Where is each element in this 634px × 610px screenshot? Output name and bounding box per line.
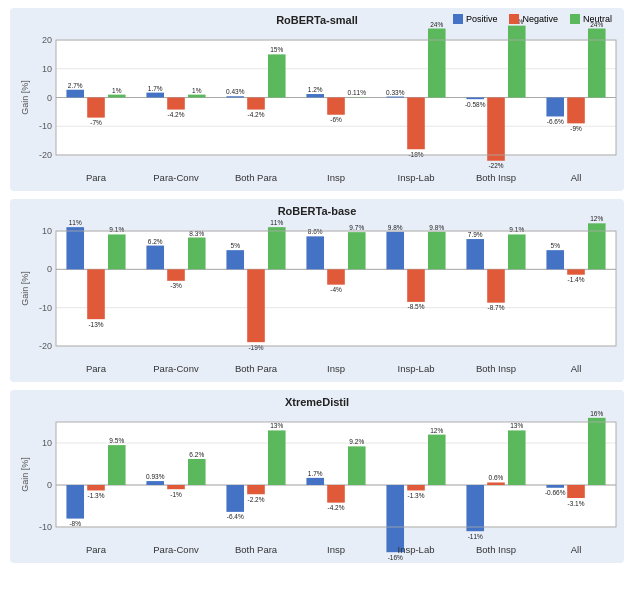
bar-value-label: 13% (270, 422, 283, 429)
bar-value-label: -6% (330, 116, 342, 123)
chart-panel: RoBERTa-base-20-10010Gain [%]11%-13%9.1%… (10, 199, 624, 382)
bar-value-label: -1.3% (88, 492, 105, 499)
bar-Para-Conv-neg (167, 98, 185, 110)
bar-Insp-Lab-pos (386, 97, 404, 98)
bar-value-label: 0.93% (146, 473, 165, 480)
bar-value-label: 0.33% (386, 89, 405, 96)
chart-svg: -10010Gain [%]-8%-1.3%9.5%Para0.93%-1%6.… (18, 412, 626, 557)
x-axis-group-label: Both Para (235, 544, 278, 555)
bar-value-label: 9.8% (388, 224, 403, 231)
bar-value-label: 11% (270, 219, 283, 226)
bar-Both Para-neu (268, 227, 286, 269)
bar-Both Para-pos (226, 485, 244, 512)
chart-panel: XtremeDistil-10010Gain [%]-8%-1.3%9.5%Pa… (10, 390, 624, 563)
bar-value-label: 0.11% (348, 89, 367, 96)
bar-Para-pos (66, 227, 84, 269)
bar-value-label: 5% (551, 242, 561, 249)
bar-value-label: -4.2% (248, 111, 265, 118)
bar-All-neg (567, 485, 585, 498)
chart-title: XtremeDistil (18, 396, 616, 408)
x-axis-group-label: Insp-Lab (398, 363, 435, 374)
bar-Para-neg (87, 98, 105, 118)
y-tick-label: 10 (42, 438, 52, 448)
bar-Insp-neg (327, 269, 345, 284)
x-axis-group-label: Para (86, 172, 107, 183)
x-axis-group-label: Both Para (235, 363, 278, 374)
bar-value-label: 12% (430, 427, 443, 434)
x-axis-group-label: Both Insp (476, 544, 516, 555)
x-axis-group-label: All (571, 363, 582, 374)
x-axis-group-label: All (571, 172, 582, 183)
x-axis-group-label: Insp (327, 172, 345, 183)
bar-value-label: 1.7% (148, 85, 163, 92)
bar-value-label: 0.43% (226, 88, 245, 95)
bar-Para-Conv-neg (167, 485, 185, 489)
bar-value-label: -1% (170, 491, 182, 498)
bar-value-label: 0.6% (489, 474, 504, 481)
bar-Para-Conv-neu (188, 238, 206, 270)
legend-item: Negative (509, 14, 558, 24)
y-tick-label: 0 (47, 93, 52, 103)
bar-value-label: 12% (590, 215, 603, 222)
bar-Para-neg (87, 269, 105, 319)
bar-Both Para-pos (226, 96, 244, 97)
y-tick-label: 10 (42, 226, 52, 236)
legend-label: Negative (522, 14, 558, 24)
bar-Insp-neg (327, 485, 345, 503)
bar-value-label: -11% (468, 533, 483, 540)
svg-rect-15 (56, 422, 616, 527)
y-tick-label: 10 (42, 64, 52, 74)
y-axis-label: Gain [%] (20, 271, 30, 306)
bar-value-label: 1% (192, 87, 202, 94)
bar-Para-Conv-neg (167, 269, 185, 281)
x-axis-group-label: Insp (327, 544, 345, 555)
bar-Both Insp-neu (508, 234, 526, 269)
bar-value-label: -2.2% (248, 496, 265, 503)
y-tick-label: -10 (39, 303, 52, 313)
x-axis-group-label: Para (86, 544, 107, 555)
bar-value-label: -4.2% (168, 111, 185, 118)
bar-value-label: -4% (330, 286, 342, 293)
bar-All-pos (546, 98, 564, 117)
bar-value-label: 9.1% (509, 226, 524, 233)
bar-value-label: 9.8% (429, 224, 444, 231)
legend-color-neg (509, 14, 519, 24)
bar-Insp-Lab-pos (386, 485, 404, 552)
bar-Insp-Lab-pos (386, 232, 404, 270)
bar-value-label: -13% (88, 321, 103, 328)
bar-value-label: -4.2% (328, 504, 345, 511)
bar-Para-Conv-pos (146, 246, 164, 270)
bar-Para-pos (66, 485, 84, 519)
bar-value-label: -6.4% (227, 513, 244, 520)
bar-value-label: -19% (248, 344, 263, 351)
bar-value-label: -1.4% (568, 276, 585, 283)
bar-All-neu (588, 223, 606, 269)
bar-value-label: 8.3% (189, 230, 204, 237)
bar-value-label: 1.7% (308, 470, 323, 477)
bar-Insp-pos (306, 478, 324, 485)
y-tick-label: -10 (39, 121, 52, 131)
bar-Para-Conv-pos (146, 93, 164, 98)
x-axis-group-label: Para-Conv (153, 172, 199, 183)
chart-panel: RoBERTa-smallPositiveNegativeNeutral-20-… (10, 8, 624, 191)
bar-All-neu (588, 418, 606, 485)
chart-legend: PositiveNegativeNeutral (453, 14, 616, 24)
chart-svg: -20-1001020Gain [%]2.7%-7%1%Para1.7%-4.2… (18, 30, 626, 185)
bar-value-label: 16% (590, 410, 603, 417)
chart-svg: -20-10010Gain [%]11%-13%9.1%Para6.2%-3%8… (18, 221, 626, 376)
bar-value-label: -3% (170, 282, 182, 289)
bar-Insp-pos (306, 94, 324, 97)
x-axis-group-label: Para-Conv (153, 363, 199, 374)
legend-item: Neutral (570, 14, 612, 24)
x-axis-group-label: Insp (327, 363, 345, 374)
bar-value-label: 9.7% (349, 224, 364, 231)
y-tick-label: 0 (47, 264, 52, 274)
bar-Insp-neg (327, 98, 345, 115)
legend-color-neu (570, 14, 580, 24)
chart-title: RoBERTa-base (18, 205, 616, 217)
x-axis-group-label: Both Para (235, 172, 278, 183)
bar-value-label: -8% (69, 520, 81, 527)
bar-value-label: -18% (408, 151, 423, 158)
bar-value-label: -8.7% (488, 304, 505, 311)
x-axis-group-label: All (571, 544, 582, 555)
